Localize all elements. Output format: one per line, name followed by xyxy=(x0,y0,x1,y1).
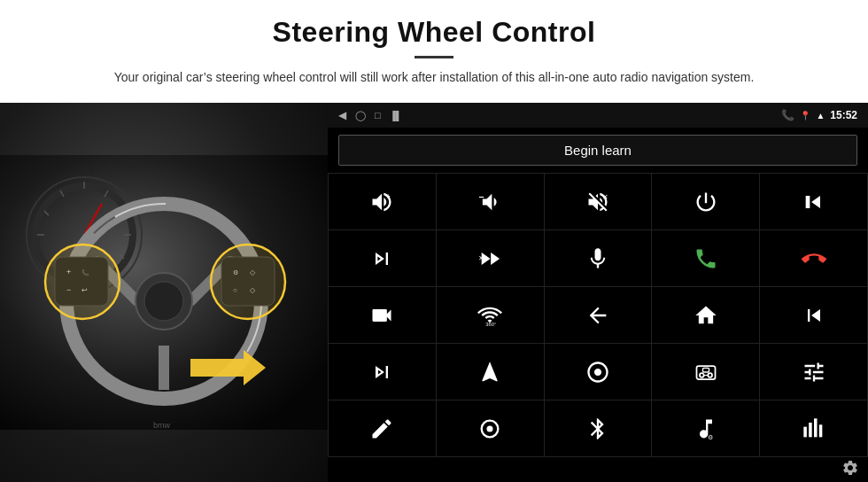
svg-rect-47 xyxy=(818,424,822,437)
svg-text:+: + xyxy=(386,192,391,200)
microphone-cell[interactable] xyxy=(545,230,652,286)
settings-gear-icon xyxy=(841,459,859,477)
prev-track-icon xyxy=(802,190,826,214)
volume-up-icon: + xyxy=(369,190,394,214)
back-cell[interactable] xyxy=(545,287,652,343)
eq-bars-cell[interactable] xyxy=(760,400,867,456)
prev-track-cell[interactable] xyxy=(760,174,867,229)
navigate-icon xyxy=(477,360,502,385)
page-title: Steering Wheel Control xyxy=(53,16,815,49)
header-section: Steering Wheel Control Your original car… xyxy=(0,0,868,96)
status-bar-left: ◀ ◯ □ ▐▌ xyxy=(338,109,402,121)
content-area: + 📞 − ↩ ⚙ ◇ ○ ◇ xyxy=(0,103,868,482)
hang-up-icon xyxy=(802,246,826,271)
sliders-icon xyxy=(802,360,826,385)
next-track-icon xyxy=(369,246,394,271)
page-wrapper: Steering Wheel Control Your original car… xyxy=(0,0,868,482)
back-icon xyxy=(585,303,610,328)
svg-text:✕: ✕ xyxy=(602,192,608,200)
camera-icon xyxy=(369,303,394,328)
settings-button[interactable] xyxy=(841,459,859,481)
bluetooth-icon xyxy=(585,416,610,441)
back-arrow-icon[interactable]: ◀ xyxy=(338,109,346,121)
navigate-cell[interactable] xyxy=(437,344,544,400)
skip-forward-cell[interactable] xyxy=(329,344,436,400)
music-cell[interactable] xyxy=(652,344,759,400)
record-icon xyxy=(477,416,502,441)
pen-icon xyxy=(369,416,394,441)
svg-text:bmw: bmw xyxy=(153,421,171,430)
svg-point-17 xyxy=(144,282,183,321)
volume-mute-cell[interactable]: ✕ xyxy=(545,174,652,229)
camera-cell[interactable] xyxy=(329,287,436,343)
steering-wheel-panel: + 📞 − ↩ ⚙ ◇ ○ ◇ xyxy=(0,103,328,482)
sliders-cell[interactable] xyxy=(760,344,867,400)
sw-background: + 📞 − ↩ ⚙ ◇ ○ ◇ xyxy=(0,103,328,482)
phone-answer-icon xyxy=(694,246,718,271)
skip-back-cell[interactable] xyxy=(760,287,867,343)
power-cell[interactable] xyxy=(652,174,759,229)
signal-icon: ▐▌ xyxy=(390,111,402,120)
svg-rect-46 xyxy=(814,418,818,437)
music-settings-cell[interactable]: ⚙ xyxy=(652,400,759,456)
fast-forward-cell[interactable]: ✕ xyxy=(437,230,544,286)
begin-learn-button[interactable]: Begin learn xyxy=(338,135,857,166)
icon-grid: + − ✕ xyxy=(328,173,868,457)
svg-point-42 xyxy=(487,425,493,431)
volume-mute-icon: ✕ xyxy=(585,190,610,214)
svg-text:360°: 360° xyxy=(486,321,497,326)
fast-forward-icon: ✕ xyxy=(477,246,502,271)
record-cell[interactable] xyxy=(437,400,544,456)
volume-down-icon: − xyxy=(477,190,502,214)
title-divider xyxy=(415,56,453,58)
home-oval-icon[interactable]: ◯ xyxy=(355,110,366,121)
hang-up-cell[interactable] xyxy=(760,230,867,286)
home-cell[interactable] xyxy=(652,287,759,343)
svg-rect-45 xyxy=(809,423,812,437)
360-view-cell[interactable]: 360° xyxy=(437,287,544,343)
svg-text:−: − xyxy=(478,191,484,202)
recents-icon[interactable]: □ xyxy=(375,110,381,120)
svg-text:✕: ✕ xyxy=(478,254,484,262)
next-track-cell[interactable] xyxy=(329,230,436,286)
skip-back-icon xyxy=(802,303,826,328)
head-unit-panel: ◀ ◯ □ ▐▌ 📞 📍 ▲ 15:52 Begin learn xyxy=(328,103,868,482)
svg-point-28 xyxy=(45,245,120,319)
bluetooth-cell[interactable] xyxy=(545,400,652,456)
svg-text:⚙: ⚙ xyxy=(708,433,713,439)
svg-rect-44 xyxy=(803,426,807,437)
equalizer-icon xyxy=(585,360,610,385)
volume-down-cell[interactable]: − xyxy=(437,174,544,229)
begin-learn-row: Begin learn xyxy=(328,128,868,173)
volume-up-cell[interactable]: + xyxy=(329,174,436,229)
music-settings-icon: ⚙ xyxy=(694,416,718,441)
skip-forward-icon xyxy=(369,360,394,385)
equalizer-cell[interactable] xyxy=(545,344,652,400)
settings-row xyxy=(328,457,868,482)
wifi-icon: ▲ xyxy=(816,111,825,120)
steering-wheel-svg: + 📞 − ↩ ⚙ ◇ ○ ◇ xyxy=(0,155,328,430)
microphone-icon xyxy=(585,246,610,271)
time-display: 15:52 xyxy=(830,109,857,121)
svg-point-39 xyxy=(708,373,712,377)
home-icon xyxy=(694,303,718,328)
status-bar: ◀ ◯ □ ▐▌ 📞 📍 ▲ 15:52 xyxy=(328,103,868,128)
eq-bars-icon xyxy=(802,416,826,441)
location-icon: 📍 xyxy=(800,111,810,120)
music-icon xyxy=(694,360,718,385)
subtitle: Your original car’s steering wheel contr… xyxy=(71,67,797,87)
svg-rect-40 xyxy=(702,368,709,372)
svg-point-29 xyxy=(211,245,285,319)
power-icon xyxy=(694,190,718,214)
pen-cell[interactable] xyxy=(329,400,436,456)
svg-point-38 xyxy=(700,373,704,377)
svg-rect-34 xyxy=(805,196,807,208)
phone-status-icon: 📞 xyxy=(781,109,794,121)
status-bar-right: 📞 📍 ▲ 15:52 xyxy=(781,109,857,121)
phone-answer-cell[interactable] xyxy=(652,230,759,286)
360-view-icon: 360° xyxy=(477,303,502,328)
